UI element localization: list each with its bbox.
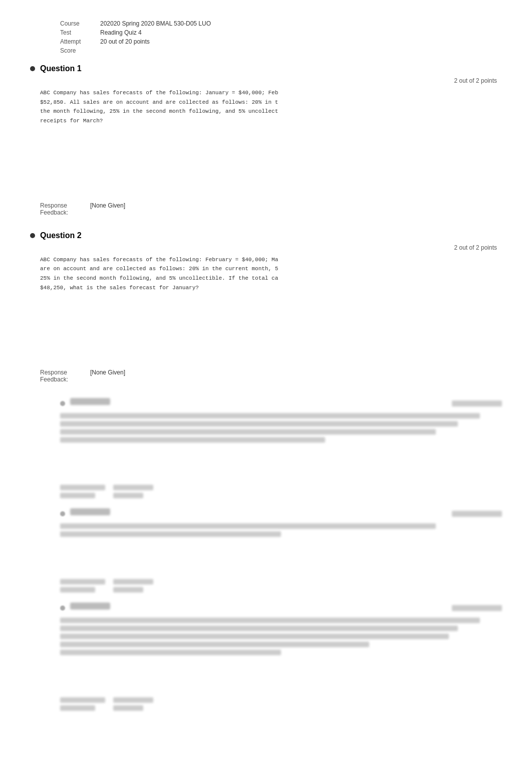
question-1-header: Question 1 xyxy=(30,64,502,73)
blurred-q3-section xyxy=(60,398,502,498)
blurred-resp-label2 xyxy=(60,493,95,498)
course-value: 202020 Spring 2020 BMAL 530-D05 LUO xyxy=(100,20,211,27)
blurred-resp-label xyxy=(60,485,105,490)
blurred-text-line xyxy=(60,421,458,427)
question-1-section: Question 1 2 out of 2 points ABC Company… xyxy=(30,64,502,216)
test-value: Reading Quiz 4 xyxy=(100,29,142,36)
blurred-q5-points xyxy=(452,605,502,611)
question-2-response-value: [None Given] xyxy=(90,369,125,383)
question-1-points: 2 out of 2 points xyxy=(30,77,502,84)
question-1-response-row: ResponseFeedback: [None Given] xyxy=(40,202,502,216)
blurred-resp-value xyxy=(113,579,153,584)
blurred-q3-response xyxy=(60,485,502,498)
blurred-q3-title xyxy=(70,398,110,405)
blurred-resp-label2 xyxy=(60,705,95,711)
blurred-text-line xyxy=(60,642,369,647)
blurred-resp-value2 xyxy=(113,587,143,593)
blurred-text-line xyxy=(60,634,449,639)
test-label: Test xyxy=(60,29,100,36)
question-2-response-label: ResponseFeedback: xyxy=(40,369,90,383)
blurred-q4-title xyxy=(70,508,110,515)
attempt-label: Attempt xyxy=(60,38,100,45)
blurred-text-line xyxy=(60,437,325,443)
blurred-q4-section xyxy=(60,508,502,593)
blurred-text-line xyxy=(60,531,281,537)
blurred-q5-response xyxy=(60,697,502,711)
score-label: Score xyxy=(60,47,100,54)
question-2-response-row: ResponseFeedback: [None Given] xyxy=(40,369,502,383)
blurred-resp-value xyxy=(113,485,153,490)
blurred-q4-text xyxy=(60,523,502,537)
blurred-text-line xyxy=(60,429,436,435)
blurred-resp-label xyxy=(60,579,105,584)
question-2-header: Question 2 xyxy=(30,231,502,240)
blurred-resp-value2 xyxy=(113,705,143,711)
blurred-q3-header xyxy=(60,398,502,409)
blurred-q3-answer-area xyxy=(60,450,502,480)
score-row: Score xyxy=(60,47,502,54)
question-2-points: 2 out of 2 points xyxy=(30,244,502,251)
blurred-q5-section xyxy=(60,603,502,711)
blurred-q3-text xyxy=(60,413,502,443)
blurred-q5-text xyxy=(60,618,502,655)
blurred-q5-answer-area xyxy=(60,662,502,692)
blurred-text-line xyxy=(60,650,281,655)
blurred-q4-points xyxy=(452,511,502,517)
blurred-text-line xyxy=(60,523,436,529)
course-label: Course xyxy=(60,20,100,27)
blurred-q4-answer-area xyxy=(60,544,502,574)
blurred-bullet-q3 xyxy=(60,401,65,406)
blurred-resp-value2 xyxy=(113,493,143,498)
blurred-q3-resp-val-col xyxy=(113,485,153,498)
blurred-q4-resp-val-col xyxy=(113,579,153,593)
course-info: Course 202020 Spring 2020 BMAL 530-D05 L… xyxy=(60,20,502,54)
question-1-response-value: [None Given] xyxy=(90,202,125,216)
attempt-row: Attempt 20 out of 20 points xyxy=(60,38,502,45)
attempt-score-value: 20 out of 20 points xyxy=(100,38,150,45)
blurred-text-line xyxy=(60,626,458,631)
bullet-icon-q2 xyxy=(30,233,35,238)
blurred-text-line xyxy=(60,413,480,419)
blurred-bullet-q5 xyxy=(60,606,65,611)
blurred-q5-resp-label-col xyxy=(60,697,105,711)
question-2-title: Question 2 xyxy=(40,231,82,240)
question-1-title: Question 1 xyxy=(40,64,82,73)
blurred-bullet-q4 xyxy=(60,511,65,516)
bullet-icon-q1 xyxy=(30,66,35,71)
blurred-q4-header xyxy=(60,508,502,519)
question-1-answer-area xyxy=(40,134,502,194)
question-2-answer-area xyxy=(40,301,502,361)
page-container: Course 202020 Spring 2020 BMAL 530-D05 L… xyxy=(0,0,532,731)
question-2-text: ABC Company has sales forecasts of the f… xyxy=(40,255,502,293)
blurred-resp-label xyxy=(60,697,105,703)
blurred-resp-value xyxy=(113,697,153,703)
blurred-q3-points xyxy=(452,401,502,407)
blurred-q4-resp-label-col xyxy=(60,579,105,593)
blurred-q5-title xyxy=(70,603,110,610)
question-2-section: Question 2 2 out of 2 points ABC Company… xyxy=(30,231,502,383)
blurred-q5-resp-val-col xyxy=(113,697,153,711)
blurred-q3-resp-label-col xyxy=(60,485,105,498)
course-row: Course 202020 Spring 2020 BMAL 530-D05 L… xyxy=(60,20,502,27)
blurred-q4-response xyxy=(60,579,502,593)
test-row: Test Reading Quiz 4 xyxy=(60,29,502,36)
blurred-text-line xyxy=(60,618,480,623)
blurred-resp-label2 xyxy=(60,587,95,593)
question-1-response-label: ResponseFeedback: xyxy=(40,202,90,216)
blurred-q5-header xyxy=(60,603,502,614)
question-1-text: ABC Company has sales forecasts of the f… xyxy=(40,88,502,126)
